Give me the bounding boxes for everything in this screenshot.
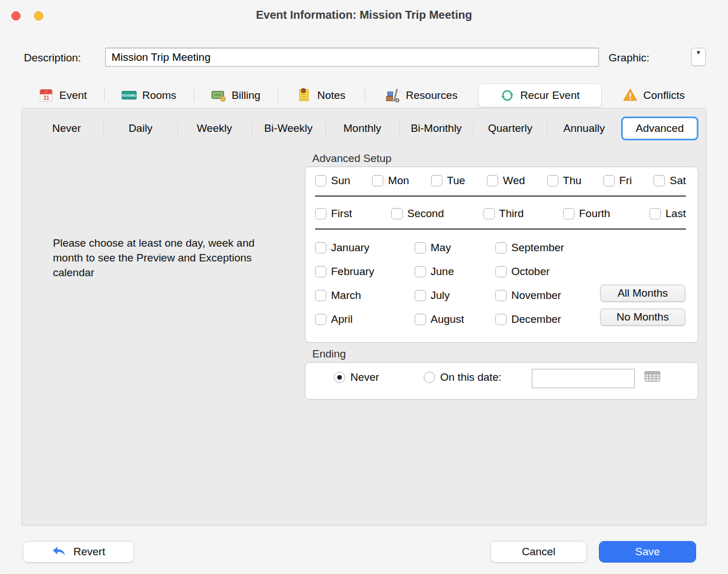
date-picker-icon[interactable] (644, 370, 660, 382)
freq-tab-weekly[interactable]: Weekly (177, 117, 251, 140)
checkbox[interactable] (315, 314, 326, 325)
freq-tab-daily[interactable]: Daily (104, 117, 177, 140)
checkbox[interactable] (563, 208, 574, 219)
radio-selected[interactable] (334, 372, 345, 383)
cancel-button[interactable]: Cancel (490, 541, 587, 563)
undo-arrow-icon (52, 546, 67, 558)
month-checkbox-february[interactable]: February (315, 265, 374, 278)
checkbox[interactable] (391, 208, 403, 219)
day-checkbox-mon[interactable]: Mon (372, 174, 409, 188)
weekday-row: Sun Mon Tue Wed Thu Fri Sat (315, 174, 686, 188)
freq-tab-never[interactable]: Never (30, 117, 104, 140)
checkbox[interactable] (315, 175, 326, 186)
checkbox[interactable] (603, 175, 615, 186)
tab-billing[interactable]: Billing (194, 84, 278, 107)
month-checkbox-april[interactable]: April (315, 313, 374, 326)
week-checkbox-first[interactable]: First (315, 207, 352, 221)
day-checkbox-sat[interactable]: Sat (653, 174, 686, 188)
checkbox[interactable] (495, 290, 507, 301)
tab-notes[interactable]: Notes (278, 84, 365, 107)
week-label: Third (499, 207, 524, 220)
checkbox[interactable] (431, 175, 442, 186)
week-label: Last (665, 207, 686, 220)
week-label: First (331, 207, 352, 220)
checkbox[interactable] (415, 242, 426, 253)
month-label: October (511, 265, 550, 278)
radio-unselected[interactable] (424, 372, 435, 383)
checkbox[interactable] (315, 242, 326, 253)
checkbox[interactable] (495, 242, 507, 253)
day-checkbox-wed[interactable]: Wed (487, 174, 525, 188)
freq-tab-monthly[interactable]: Monthly (325, 117, 399, 140)
day-checkbox-fri[interactable]: Fri (603, 174, 632, 188)
checkbox[interactable] (495, 314, 507, 325)
tab-resources[interactable]: Resources (365, 84, 478, 107)
day-checkbox-thu[interactable]: Thu (547, 174, 582, 188)
all-months-button[interactable]: All Months (600, 285, 685, 302)
month-label: December (511, 313, 561, 326)
tab-rooms[interactable]: ROOMS Rooms (104, 84, 194, 107)
month-checkbox-june[interactable]: June (415, 265, 464, 278)
tab-label: Conflicts (643, 89, 685, 102)
no-months-button[interactable]: No Months (600, 309, 685, 326)
checkbox[interactable] (653, 175, 665, 186)
checkbox[interactable] (650, 208, 661, 219)
checkbox[interactable] (415, 290, 426, 301)
checkbox[interactable] (495, 266, 507, 277)
tab-conflicts[interactable]: Conflicts (601, 84, 706, 107)
month-label: August (431, 313, 464, 326)
freq-tab-quarterly[interactable]: Quarterly (473, 117, 547, 140)
ending-on-date-radio[interactable]: On this date: (424, 371, 502, 384)
revert-button[interactable]: Revert (23, 541, 134, 563)
checkbox[interactable] (315, 290, 326, 301)
advanced-setup-box: Sun Mon Tue Wed Thu Fri Sat First Second… (305, 167, 698, 343)
graphic-label: Graphic: (609, 52, 650, 64)
checkbox[interactable] (483, 208, 495, 219)
month-checkbox-august[interactable]: August (415, 313, 464, 326)
tab-recur-event[interactable]: Recur Event (478, 84, 601, 107)
month-label: June (431, 265, 454, 278)
day-checkbox-tue[interactable]: Tue (431, 174, 465, 188)
freq-tab-biweekly[interactable]: Bi-Weekly (251, 117, 325, 140)
titlebar: Event Information: Mission Trip Meeting (0, 0, 728, 32)
description-label: Description: (24, 52, 81, 64)
month-checkbox-december[interactable]: December (495, 313, 564, 326)
radio-label: Never (350, 371, 379, 384)
month-label: November (511, 289, 561, 302)
month-checkbox-may[interactable]: May (415, 241, 464, 255)
week-checkbox-fourth[interactable]: Fourth (563, 207, 610, 221)
month-checkbox-january[interactable]: January (315, 241, 374, 255)
tab-label: Recur Event (520, 89, 580, 102)
description-input[interactable] (105, 48, 599, 66)
checkbox[interactable] (372, 175, 383, 186)
week-label: Fourth (579, 207, 610, 220)
month-checkbox-july[interactable]: July (415, 289, 464, 302)
week-checkbox-last[interactable]: Last (650, 207, 686, 221)
freq-tab-advanced[interactable]: Advanced (621, 117, 698, 140)
ending-date-input[interactable] (532, 369, 635, 388)
freq-tab-annually[interactable]: Annually (547, 117, 621, 140)
radio-label: On this date: (440, 371, 502, 384)
checkbox[interactable] (547, 175, 559, 186)
month-checkbox-october[interactable]: October (495, 265, 564, 278)
checkbox[interactable] (415, 266, 426, 277)
tab-event[interactable]: 31 Event (22, 84, 104, 107)
checkbox[interactable] (415, 314, 426, 325)
month-checkbox-march[interactable]: March (315, 289, 374, 302)
month-checkbox-november[interactable]: November (495, 289, 564, 302)
month-checkbox-september[interactable]: September (495, 241, 564, 255)
week-checkbox-third[interactable]: Third (483, 207, 524, 221)
freq-tab-bimonthly[interactable]: Bi-Monthly (399, 117, 473, 140)
checkbox[interactable] (315, 266, 326, 277)
day-checkbox-sun[interactable]: Sun (315, 174, 350, 188)
ending-never-radio[interactable]: Never (334, 371, 379, 384)
ending-heading: Ending (312, 348, 346, 360)
week-checkbox-second[interactable]: Second (391, 207, 444, 221)
checkbox[interactable] (315, 208, 326, 219)
graphic-dropdown-button[interactable]: ▾ (691, 48, 706, 66)
advanced-setup-heading: Advanced Setup (312, 152, 391, 165)
tab-label: Event (59, 89, 87, 102)
save-button[interactable]: Save (599, 541, 696, 563)
checkbox[interactable] (487, 175, 498, 186)
resources-handtruck-icon (386, 88, 400, 103)
